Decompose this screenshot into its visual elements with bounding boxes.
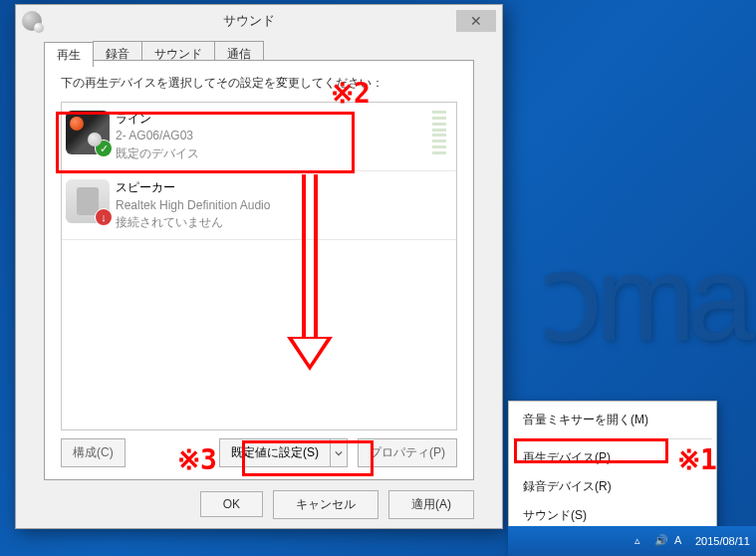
tab-playback[interactable]: 再生 bbox=[44, 42, 94, 67]
tray-icon[interactable]: ▵ bbox=[634, 534, 649, 549]
titlebar: サウンド ✕ bbox=[16, 5, 502, 37]
desktop-brand-text: ɔma bbox=[538, 229, 746, 368]
device-list[interactable]: ✓ ライン 2- AG06/AG03 既定のデバイス ↓ スピーカー Realt… bbox=[61, 102, 457, 430]
close-button[interactable]: ✕ bbox=[456, 10, 496, 32]
ctx-open-mixer[interactable]: 音量ミキサーを開く(M) bbox=[511, 406, 714, 434]
device-text: スピーカー Realtek High Definition Audio 接続され… bbox=[116, 179, 446, 231]
tray-date: 2015/08/11 bbox=[695, 535, 750, 548]
apply-button[interactable]: 適用(A) bbox=[388, 490, 474, 519]
checkmark-icon: ✓ bbox=[96, 140, 112, 156]
audio-cable-icon: ✓ bbox=[66, 111, 110, 154]
tray-icon[interactable]: A bbox=[674, 534, 689, 549]
set-default-button[interactable]: 既定値に設定(S) bbox=[219, 438, 330, 467]
device-sub2: 接続されていません bbox=[116, 214, 446, 231]
tab-panel-playback: 下の再生デバイスを選択してその設定を変更してください： ✓ ライン 2- AG0… bbox=[44, 60, 474, 480]
device-sub1: Realtek High Definition Audio bbox=[116, 197, 446, 214]
level-meter bbox=[432, 111, 446, 154]
ctx-recording-devices[interactable]: 録音デバイス(R) bbox=[511, 472, 714, 501]
dialog-title: サウンド bbox=[42, 12, 456, 30]
properties-button[interactable]: プロパティ(P) bbox=[358, 438, 457, 467]
tray-icons[interactable]: ▵ 🔊 A bbox=[634, 534, 689, 549]
device-text: ライン 2- AG06/AG03 既定のデバイス bbox=[116, 111, 426, 162]
set-default-dropdown[interactable] bbox=[330, 438, 348, 467]
cancel-button[interactable]: キャンセル bbox=[273, 490, 378, 519]
configure-button[interactable]: 構成(C) bbox=[61, 438, 126, 467]
device-name: ライン bbox=[116, 111, 426, 128]
panel-button-row: 構成(C) 既定値に設定(S) プロパティ(P) bbox=[61, 438, 457, 467]
error-icon: ↓ bbox=[96, 209, 112, 225]
taskbar: ▵ 🔊 A 2015/08/11 bbox=[508, 526, 756, 556]
tray-clock[interactable]: 2015/08/11 bbox=[695, 535, 750, 548]
speaker-icon: ↓ bbox=[66, 179, 110, 223]
device-item-line[interactable]: ✓ ライン 2- AG06/AG03 既定のデバイス bbox=[62, 103, 456, 171]
device-item-speaker[interactable]: ↓ スピーカー Realtek High Definition Audio 接続… bbox=[62, 171, 456, 240]
chevron-down-icon bbox=[335, 449, 343, 457]
instruction-text: 下の再生デバイスを選択してその設定を変更してください： bbox=[61, 75, 457, 92]
dialog-footer: OK キャンセル 適用(A) bbox=[16, 480, 502, 528]
sound-dialog: サウンド ✕ 再生 録音 サウンド 通信 下の再生デバイスを選択してその設定を変… bbox=[15, 4, 503, 529]
set-default-split-button[interactable]: 既定値に設定(S) bbox=[219, 438, 348, 467]
ok-button[interactable]: OK bbox=[200, 491, 263, 517]
device-name: スピーカー bbox=[116, 179, 446, 196]
device-sub1: 2- AG06/AG03 bbox=[116, 128, 426, 144]
separator bbox=[513, 438, 712, 439]
tray-volume-icon[interactable]: 🔊 bbox=[654, 534, 669, 549]
ctx-playback-devices[interactable]: 再生デバイス(P) bbox=[511, 443, 714, 472]
sound-icon bbox=[22, 11, 42, 31]
device-sub2: 既定のデバイス bbox=[116, 145, 426, 162]
